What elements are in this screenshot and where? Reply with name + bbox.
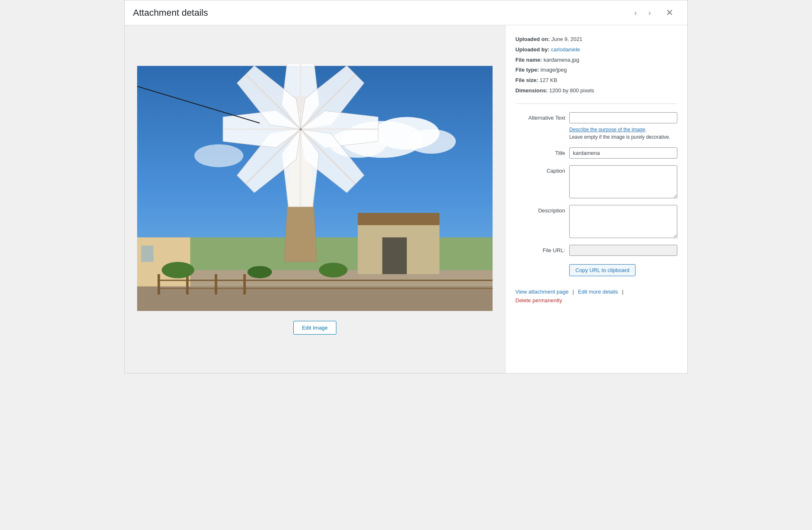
next-button[interactable]: › bbox=[643, 6, 657, 20]
prev-button[interactable]: ‹ bbox=[628, 6, 643, 20]
alt-text-row: Alternative Text Describe the purpose of… bbox=[515, 112, 677, 141]
svg-rect-8 bbox=[137, 286, 493, 311]
file-size: File size: 127 KB bbox=[515, 76, 677, 85]
alt-text-hint: Describe the purpose of the image. Leave… bbox=[569, 126, 677, 141]
form-section: Alternative Text Describe the purpose of… bbox=[515, 112, 677, 276]
close-button[interactable]: ✕ bbox=[660, 5, 679, 21]
alt-text-field: Describe the purpose of the image. Leave… bbox=[569, 112, 677, 141]
modal-title: Attachment details bbox=[133, 7, 628, 18]
uploaded-by: Uploaded by: carlodaniele bbox=[515, 46, 677, 54]
svg-point-4 bbox=[407, 129, 456, 154]
svg-point-43 bbox=[247, 266, 272, 278]
uploaded-by-link[interactable]: carlodaniele bbox=[551, 46, 580, 53]
footer-separator-2: | bbox=[622, 289, 624, 295]
modal-body: Edit Image Uploaded on: June 9, 2021 Upl… bbox=[125, 25, 687, 373]
footer-links: View attachment page | Edit more details… bbox=[515, 289, 677, 304]
alt-text-label: Alternative Text bbox=[515, 112, 565, 121]
description-field bbox=[569, 205, 677, 238]
svg-rect-10 bbox=[358, 213, 440, 225]
svg-rect-11 bbox=[382, 237, 407, 274]
image-wrapper: Edit Image bbox=[137, 64, 493, 335]
file-url-row: File URL: bbox=[515, 245, 677, 256]
right-panel: Uploaded on: June 9, 2021 Uploaded by: c… bbox=[505, 25, 687, 373]
uploaded-on: Uploaded on: June 9, 2021 bbox=[515, 35, 677, 44]
svg-rect-38 bbox=[215, 274, 217, 294]
svg-rect-39 bbox=[243, 274, 246, 294]
title-row: Title bbox=[515, 147, 677, 159]
caption-label: Caption bbox=[515, 165, 565, 174]
left-panel: Edit Image bbox=[125, 25, 505, 373]
caption-textarea[interactable] bbox=[569, 165, 677, 198]
description-row: Description bbox=[515, 205, 677, 238]
svg-point-42 bbox=[162, 262, 194, 278]
footer-top-links: View attachment page | Edit more details… bbox=[515, 289, 677, 295]
copy-url-button[interactable]: Copy URL to clipboard bbox=[569, 264, 636, 276]
title-field bbox=[569, 147, 677, 159]
file-name: File name: kardamena.jpg bbox=[515, 56, 677, 65]
alt-text-hint-link[interactable]: Describe the purpose of the image bbox=[569, 127, 645, 132]
delete-permanently-link[interactable]: Delete permanently bbox=[515, 297, 677, 304]
dimensions: Dimensions: 1200 by 800 pixels bbox=[515, 87, 677, 95]
description-label: Description bbox=[515, 205, 565, 214]
caption-field bbox=[569, 165, 677, 198]
file-url-label: File URL: bbox=[515, 245, 565, 253]
copy-url-row: Copy URL to clipboard bbox=[515, 263, 677, 276]
divider bbox=[515, 104, 677, 104]
view-attachment-page-link[interactable]: View attachment page bbox=[515, 289, 568, 295]
file-url-input[interactable] bbox=[569, 245, 677, 256]
title-label: Title bbox=[515, 147, 565, 156]
modal-header: Attachment details ‹ › ✕ bbox=[125, 0, 687, 25]
attachment-image-preview bbox=[137, 64, 493, 313]
svg-point-5 bbox=[194, 144, 243, 167]
title-input[interactable] bbox=[569, 147, 677, 159]
alt-text-input[interactable] bbox=[569, 112, 677, 123]
file-url-field bbox=[569, 245, 677, 256]
svg-point-44 bbox=[319, 263, 348, 277]
footer-separator-1: | bbox=[573, 289, 574, 295]
caption-row: Caption bbox=[515, 165, 677, 198]
edit-more-details-link[interactable]: Edit more details bbox=[578, 289, 618, 295]
description-textarea[interactable] bbox=[569, 205, 677, 238]
file-info-section: Uploaded on: June 9, 2021 Uploaded by: c… bbox=[515, 35, 677, 95]
modal-nav: ‹ › ✕ bbox=[628, 5, 679, 21]
svg-rect-36 bbox=[157, 274, 160, 294]
svg-rect-13 bbox=[141, 246, 154, 262]
edit-image-button[interactable]: Edit Image bbox=[293, 321, 336, 335]
file-type: File type: image/jpeg bbox=[515, 66, 677, 75]
svg-rect-37 bbox=[186, 274, 188, 294]
